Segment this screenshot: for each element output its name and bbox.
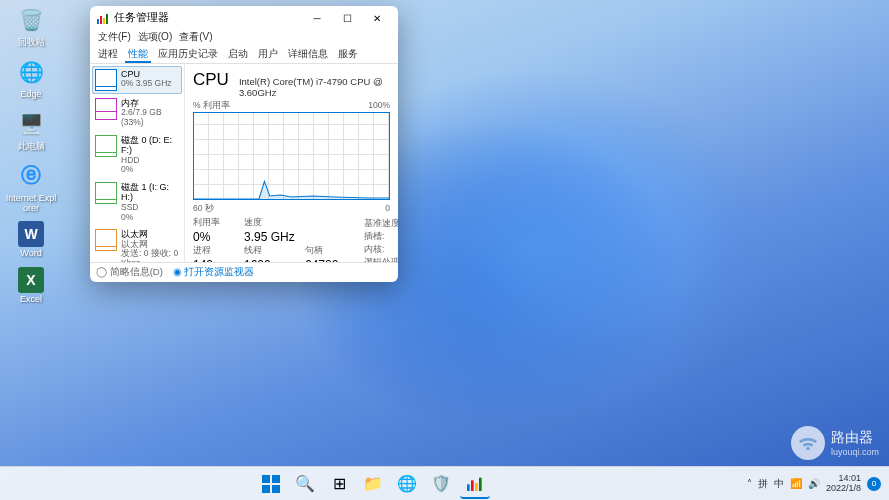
svg-rect-5 — [272, 475, 280, 483]
svg-rect-2 — [103, 18, 105, 24]
desktop-icon-trash[interactable]: 🗑️回收站 — [4, 4, 58, 48]
svg-rect-1 — [100, 16, 102, 24]
cpu-line — [194, 113, 389, 199]
desktop-icon-word[interactable]: WWord — [4, 221, 58, 259]
router-icon — [791, 426, 825, 460]
graph-label-zero: 0 — [385, 203, 390, 215]
window-footer: ◯ 简略信息(D) ◉ 打开资源监视器 — [90, 262, 398, 282]
open-resmon-link[interactable]: ◉ 打开资源监视器 — [173, 266, 255, 279]
sidebar-disk1[interactable]: 磁盘 1 (I: G: H:)SSD 0% — [92, 179, 182, 225]
desktop-icon-ie[interactable]: ⓔInternet Explorer — [4, 160, 58, 214]
start-button[interactable] — [256, 469, 286, 499]
sidebar-cpu[interactable]: CPU0% 3.95 GHz — [92, 66, 182, 94]
taskview-button[interactable]: ⊞ — [324, 469, 354, 499]
desktop-icon-pc[interactable]: 🖥️此电脑 — [4, 108, 58, 152]
svg-rect-3 — [106, 14, 108, 24]
desktop-icons: 🗑️回收站 🌐Edge 🖥️此电脑 ⓔInternet Explorer WWo… — [4, 4, 64, 313]
cpu-model: Intel(R) Core(TM) i7-4790 CPU @ 3.60GHz — [239, 76, 390, 98]
edge-icon: 🌐 — [397, 474, 417, 493]
graph-label-y: % 利用率 — [193, 100, 230, 112]
maximize-button[interactable]: ☐ — [332, 7, 362, 29]
svg-rect-11 — [479, 477, 482, 490]
menubar: 文件(F) 选项(O) 查看(V) — [90, 30, 398, 46]
search-button[interactable]: 🔍 — [290, 469, 320, 499]
desktop-icon-edge[interactable]: 🌐Edge — [4, 56, 58, 100]
word-icon: W — [18, 221, 44, 247]
titlebar[interactable]: 任务管理器 ─ ☐ ✕ — [90, 6, 398, 30]
minimize-button[interactable]: ─ — [302, 7, 332, 29]
desktop-icon-excel[interactable]: XExcel — [4, 267, 58, 305]
pc-icon: 🖥️ — [15, 108, 47, 140]
svg-rect-0 — [97, 19, 99, 24]
cpu-details: 基准速度:3.60 GHz 插槽:1 内核:4 逻辑处理器:8 虚拟化:已启用 … — [364, 218, 398, 262]
tab-users[interactable]: 用户 — [255, 46, 281, 63]
svg-rect-6 — [262, 485, 270, 493]
taskview-icon: ⊞ — [333, 474, 346, 493]
trash-icon: 🗑️ — [15, 4, 47, 36]
tab-details[interactable]: 详细信息 — [285, 46, 331, 63]
thread-label: 线程 — [244, 245, 299, 257]
edge-icon: 🌐 — [15, 56, 47, 88]
cpu-graph[interactable] — [193, 112, 390, 200]
notifications-button[interactable]: 0 — [867, 477, 881, 491]
svg-rect-4 — [262, 475, 270, 483]
sidebar-disk0[interactable]: 磁盘 0 (D: E: F:)HDD 0% — [92, 132, 182, 178]
handle-label: 句柄 — [305, 245, 350, 257]
task-manager-window: 任务管理器 ─ ☐ ✕ 文件(F) 选项(O) 查看(V) 进程 性能 应用历史… — [90, 6, 398, 282]
taskmgr-button[interactable] — [460, 469, 490, 499]
tabbar: 进程 性能 应用历史记录 启动 用户 详细信息 服务 — [90, 46, 398, 64]
search-icon: 🔍 — [295, 474, 315, 493]
speed-value: 3.95 GHz — [244, 230, 299, 244]
lang-indicator[interactable]: 中 — [774, 477, 784, 491]
watermark-sub: luyouqi.com — [831, 447, 879, 457]
sidebar-ethernet[interactable]: 以太网以太网 发送: 0 接收: 0 Kbps — [92, 226, 182, 262]
volume-icon[interactable]: 🔊 — [808, 478, 820, 489]
taskmgr-icon — [96, 11, 110, 25]
close-button[interactable]: ✕ — [362, 7, 392, 29]
graph-label-max: 100% — [368, 100, 390, 112]
folder-icon: 📁 — [363, 474, 383, 493]
speed-label: 速度 — [244, 217, 299, 229]
ime-indicator[interactable]: 拼 — [758, 477, 768, 491]
menu-options[interactable]: 选项(O) — [136, 30, 174, 46]
tab-performance[interactable]: 性能 — [125, 46, 151, 63]
proc-label: 进程 — [193, 245, 238, 257]
excel-icon: X — [18, 267, 44, 293]
tab-services[interactable]: 服务 — [335, 46, 361, 63]
watermark: 路由器 luyouqi.com — [791, 426, 879, 460]
cpu-panel: CPU Intel(R) Core(TM) i7-4790 CPU @ 3.60… — [185, 64, 398, 262]
svg-rect-8 — [467, 484, 470, 491]
window-title: 任务管理器 — [114, 11, 302, 25]
graph-label-x: 60 秒 — [193, 203, 214, 215]
explorer-button[interactable]: 📁 — [358, 469, 388, 499]
fewer-details-toggle[interactable]: ◯ 简略信息(D) — [96, 266, 163, 279]
cpu-heading: CPU — [193, 70, 229, 90]
performance-sidebar: CPU0% 3.95 GHz 内存2.6/7.9 GB (33%) 磁盘 0 (… — [90, 64, 185, 262]
clock[interactable]: 14:01 2022/1/8 — [826, 474, 861, 494]
tab-app-history[interactable]: 应用历史记录 — [155, 46, 221, 63]
taskbar: 🔍 ⊞ 📁 🌐 🛡️ ˄ 拼 中 📶 🔊 14:01 2022/1/8 0 — [0, 466, 889, 500]
watermark-text: 路由器 — [831, 429, 879, 447]
svg-rect-7 — [272, 485, 280, 493]
date: 2022/1/8 — [826, 484, 861, 494]
sidebar-memory[interactable]: 内存2.6/7.9 GB (33%) — [92, 95, 182, 131]
defender-button[interactable]: 🛡️ — [426, 469, 456, 499]
tab-startup[interactable]: 启动 — [225, 46, 251, 63]
menu-file[interactable]: 文件(F) — [96, 30, 133, 46]
svg-rect-9 — [471, 480, 474, 491]
menu-view[interactable]: 查看(V) — [177, 30, 214, 46]
util-value: 0% — [193, 230, 238, 244]
tray-chevron[interactable]: ˄ — [747, 478, 752, 489]
svg-rect-10 — [475, 483, 478, 491]
util-label: 利用率 — [193, 217, 238, 229]
network-icon[interactable]: 📶 — [790, 478, 802, 489]
ie-icon: ⓔ — [15, 160, 47, 192]
shield-icon: 🛡️ — [431, 474, 451, 493]
tab-processes[interactable]: 进程 — [95, 46, 121, 63]
edge-button[interactable]: 🌐 — [392, 469, 422, 499]
